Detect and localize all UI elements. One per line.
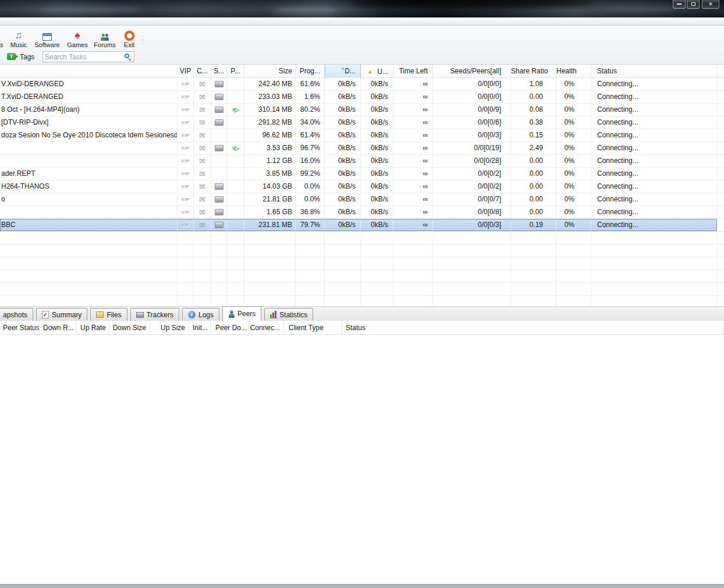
comment-icon[interactable]: ✉ (199, 157, 205, 165)
column-header-up-speed[interactable]: ▲U... (361, 65, 393, 78)
close-button[interactable]: ✕ (702, 0, 719, 9)
task-row[interactable]: VIP ✉ ≡▷ (0, 257, 724, 270)
comment-icon[interactable]: ✉ (199, 119, 205, 126)
task-row[interactable]: VIP ✉ ≡▷ (0, 232, 724, 245)
peer-column-down-size[interactable]: Down Size (109, 321, 150, 335)
task-row[interactable]: ader.REPT VIP ✉ ≡▷ 3.85 MB 99.2% 0kB/s 0… (0, 168, 724, 180)
search-tasks-input[interactable] (45, 52, 122, 61)
comment-icon[interactable]: ✉ (199, 144, 205, 152)
snapshot-icon[interactable] (215, 183, 223, 190)
task-time-left (393, 270, 433, 282)
snapshot-icon[interactable] (215, 94, 223, 100)
task-row[interactable]: VIP ✉ ≡▷ 3.53 GB 96.7% 0kB/s 0kB/s ∞ 0/0… (0, 142, 724, 155)
task-preview-cell: ≡▷ (227, 91, 244, 103)
peer-column-peer-down[interactable]: Peer Do... (211, 321, 249, 335)
comment-icon[interactable]: ✉ (199, 80, 205, 88)
task-row[interactable]: VIP ✉ ≡▷ (0, 283, 724, 296)
search-icon[interactable] (125, 54, 129, 58)
tab-peers[interactable]: Peers (222, 306, 261, 321)
search-tasks-box[interactable] (42, 51, 134, 62)
snapshot-icon[interactable] (215, 119, 223, 126)
snapshot-icon[interactable] (215, 196, 223, 203)
row-gutter (717, 78, 724, 90)
column-header-share-ratio[interactable]: Share Ratio (511, 65, 556, 78)
peer-column-status[interactable]: Status (342, 321, 724, 335)
peer-column-client-type[interactable]: Client Type (284, 321, 342, 335)
tab-statistics[interactable]: Statistics (264, 308, 313, 321)
task-row[interactable]: VIP ✉ ≡▷ 1.12 GB 16.0% 0kB/s 0kB/s ∞ 0/0… (0, 155, 724, 168)
column-header-progress[interactable]: Prog... (296, 65, 325, 78)
comment-icon[interactable]: ✉ (199, 93, 205, 101)
column-header-time-left[interactable]: Time Left (393, 65, 433, 78)
task-time-left: ∞ (393, 142, 433, 154)
tab-summary[interactable]: ✓Summary (36, 308, 87, 321)
column-header-seeds-peers[interactable]: Seeds/Peers[all] (433, 65, 511, 78)
column-header-name[interactable] (0, 65, 178, 78)
toolbar-button-exit[interactable]: Exit (114, 27, 144, 48)
toolbar-button-software[interactable]: Software (32, 27, 62, 48)
minimize-button[interactable] (673, 0, 686, 9)
tags-icon[interactable]: T (7, 53, 16, 60)
snapshot-icon[interactable] (215, 209, 223, 215)
task-row[interactable]: H264-THANOS VIP ✉ ≡▷ 14.03 GB 0.0% 0kB/s… (0, 180, 724, 193)
exit-icon (125, 31, 134, 41)
task-status: Connecting... (591, 155, 717, 167)
peer-column-init[interactable]: Init... (189, 321, 211, 335)
task-name (0, 245, 178, 257)
task-row[interactable]: doza Sesion No Se Oye 2010 Discoteca Ide… (0, 129, 724, 142)
task-time-left: ∞ (393, 155, 433, 167)
comment-icon[interactable]: ✉ (199, 196, 205, 203)
snapshot-icon[interactable] (215, 222, 223, 228)
task-row[interactable]: T.XviD-DERANGED VIP ✉ ≡▷ 233.03 MB 1.6% … (0, 91, 724, 104)
snapshot-icon[interactable] (215, 145, 223, 151)
snapshot-icon[interactable] (215, 81, 223, 87)
task-row[interactable]: BBC VIP ✉ ≡▷ 231.81 MB 79.7% 0kB/s 0kB/s… (0, 219, 724, 232)
preview-play-icon[interactable]: ≡▷ (232, 104, 239, 116)
tab-snapshots[interactable]: apshots (0, 308, 33, 321)
task-row[interactable]: V.XviD-DERANGED VIP ✉ ≡▷ 242.40 MB 61.6%… (0, 78, 724, 91)
task-down-speed: 0kB/s (325, 104, 361, 116)
comment-icon[interactable]: ✉ (199, 132, 205, 139)
task-row[interactable]: VIP ✉ ≡▷ 1.65 GB 36.8% 0kB/s 0kB/s ∞ 0/0… (0, 206, 724, 219)
task-down-speed (325, 283, 361, 295)
comment-icon[interactable]: ✉ (199, 183, 205, 190)
task-row[interactable]: o VIP ✉ ≡▷ 21.81 GB 0.0% 0kB/s 0kB/s ∞ 0… (0, 193, 724, 206)
snapshot-icon[interactable] (215, 107, 223, 113)
task-row[interactable]: [DTV-RIP-Divx] VIP ✉ ≡▷ 291.82 MB 34.0% … (0, 116, 724, 129)
peer-column-up-rate[interactable]: Up Rate (76, 321, 109, 335)
peer-column-connect[interactable]: Connec... (249, 321, 284, 335)
column-header-down-speed[interactable]: ▼D... (325, 65, 361, 78)
tab-trackers[interactable]: Trackers (130, 308, 179, 321)
task-snapshot-cell (211, 283, 227, 295)
tab-logs[interactable]: iLogs (182, 308, 219, 321)
toolbar-button-music[interactable]: ♫ Music (3, 27, 34, 48)
comment-icon[interactable]: ✉ (199, 106, 205, 114)
column-header-snapshot[interactable]: S... (211, 65, 227, 78)
column-header-vip[interactable]: VIP (178, 65, 194, 78)
comment-icon[interactable]: ✉ (199, 170, 205, 178)
task-share-ratio: 0.15 (511, 129, 556, 141)
column-header-comments[interactable]: C... (194, 65, 211, 78)
tab-files[interactable]: Files (90, 308, 127, 321)
column-header-preview[interactable]: P... (227, 65, 244, 78)
tags-label[interactable]: Tags (20, 53, 34, 61)
task-row[interactable]: 8 Oct - [H.264-MP4](oan) VIP ✉ ≡▷ 310.14… (0, 104, 724, 116)
preview-play-icon[interactable]: ≡▷ (232, 142, 239, 154)
comment-icon[interactable]: ✉ (199, 208, 205, 216)
peer-column-status-bar[interactable]: Peer Status (0, 321, 40, 335)
title-bar: ✕ (0, 0, 724, 17)
column-header-size[interactable]: Size (244, 65, 296, 78)
column-header-health[interactable]: Health (556, 65, 591, 78)
task-row[interactable]: VIP ✉ ≡▷ (0, 296, 724, 306)
task-row[interactable]: VIP ✉ ≡▷ (0, 245, 724, 257)
task-row[interactable]: VIP ✉ ≡▷ (0, 270, 724, 283)
row-gutter (717, 142, 724, 154)
column-header-status[interactable]: Status (591, 65, 717, 78)
peer-column-down-rate[interactable]: Down R... (40, 321, 76, 335)
task-comment-cell: ✉ (194, 91, 211, 103)
comment-icon[interactable]: ✉ (199, 221, 205, 229)
toolbar-button-games[interactable]: ♠ Games (62, 27, 93, 48)
maximize-button[interactable] (687, 0, 700, 9)
peer-column-up-size[interactable]: Up Size (150, 321, 189, 335)
task-down-speed: 0kB/s (325, 180, 361, 193)
